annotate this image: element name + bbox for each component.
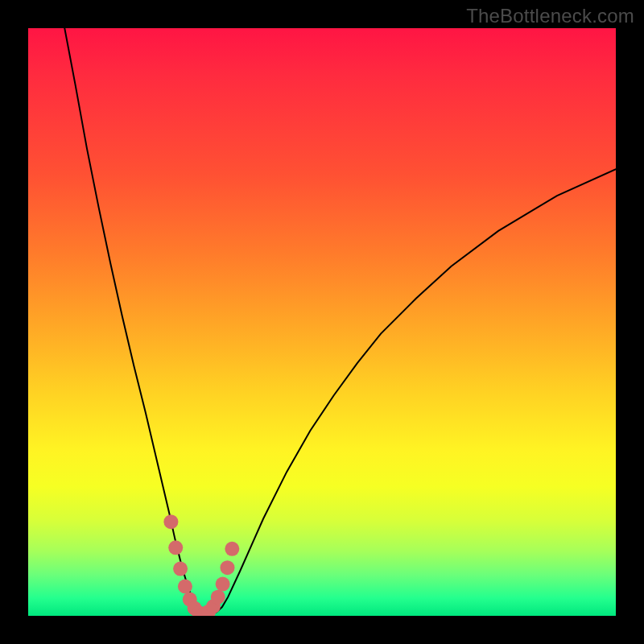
- marker-point: [173, 562, 188, 576]
- marker-point: [216, 577, 230, 592]
- plot-area: [28, 28, 616, 616]
- chart-frame: TheBottleneck.com: [0, 0, 644, 644]
- marker-point: [211, 590, 225, 605]
- marker-point: [220, 560, 234, 575]
- marker-point: [163, 514, 178, 529]
- watermark-text: TheBottleneck.com: [466, 5, 634, 27]
- bottleneck-curve: [64, 28, 616, 614]
- marker-point: [168, 540, 183, 555]
- chart-svg: [28, 28, 616, 616]
- marker-point: [225, 542, 239, 556]
- marker-point: [178, 580, 192, 594]
- optimal-zone-marker: [163, 514, 239, 616]
